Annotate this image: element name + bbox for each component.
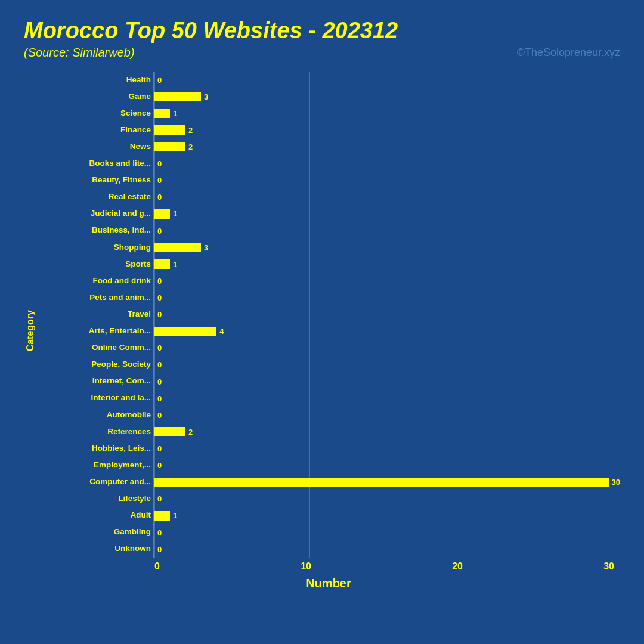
- bar-value: 0: [157, 528, 162, 537]
- bar-value: 0: [157, 76, 162, 85]
- category-label: People, Society: [37, 360, 151, 369]
- bar-row: 3: [154, 239, 620, 256]
- category-label: Sports: [37, 260, 151, 269]
- bar-value: 1: [173, 260, 177, 269]
- bar-value: 0: [157, 394, 162, 403]
- bar-row: 0: [154, 172, 620, 189]
- bar-value: 0: [157, 176, 162, 185]
- y-axis-label-container: Category: [24, 72, 37, 590]
- category-label: Adult: [37, 511, 151, 520]
- category-label: Shopping: [37, 243, 151, 252]
- bar-value: 1: [173, 209, 177, 218]
- x-tick-label: 30: [603, 561, 614, 572]
- bar-value: 0: [157, 159, 162, 168]
- x-axis-title: Number: [37, 577, 620, 590]
- bar-value: 1: [173, 109, 177, 118]
- chart-subtitle: (Source: Similarweb): [24, 46, 135, 60]
- bar-value: 30: [612, 478, 620, 487]
- x-tick-label: 10: [301, 561, 311, 572]
- bar-row: 0: [154, 390, 620, 407]
- x-tick-label: 20: [452, 561, 463, 572]
- category-label: Food and drink: [37, 277, 151, 286]
- bar-value: 0: [157, 377, 162, 386]
- bar-value: 0: [157, 444, 162, 453]
- bar-row: 1: [154, 206, 620, 222]
- copyright: ©TheSolopreneur.xyz: [517, 47, 620, 59]
- bar-row: 0: [154, 524, 620, 541]
- bar-row: 0: [154, 457, 620, 474]
- bar-row: 0: [154, 273, 620, 289]
- category-label: Health: [37, 76, 151, 85]
- bar-value: 0: [157, 343, 162, 352]
- bar-value: 0: [157, 411, 162, 420]
- category-label: Interior and la...: [37, 394, 151, 402]
- bar: [154, 92, 201, 101]
- bar-row: 0: [154, 189, 620, 206]
- bar-row: 0: [154, 156, 620, 172]
- category-labels: HealthGameScienceFinanceNewsBooks and li…: [37, 72, 153, 558]
- bar-row: 0: [154, 340, 620, 357]
- bar-row: 1: [154, 507, 620, 524]
- category-label: Books and lite...: [37, 159, 151, 168]
- bar-row: 0: [154, 357, 620, 373]
- bar-value: 3: [204, 243, 208, 252]
- category-label: Hobbies, Leis...: [37, 444, 151, 453]
- category-label: Finance: [37, 126, 151, 135]
- bar: [154, 327, 216, 336]
- bar-row: 0: [154, 491, 620, 507]
- bar-row: 2: [154, 138, 620, 155]
- y-axis-label: Category: [25, 310, 36, 351]
- category-label: News: [37, 143, 151, 151]
- bar-row: 0: [154, 222, 620, 239]
- bar-value: 4: [219, 327, 224, 336]
- bar-row: 3: [154, 88, 620, 105]
- bar: [154, 142, 185, 151]
- category-label: Judicial and g...: [37, 209, 151, 218]
- category-label: Arts, Entertain...: [37, 327, 151, 336]
- bar-row: 0: [154, 373, 620, 390]
- bar-row: 0: [154, 407, 620, 423]
- category-label: Gambling: [37, 528, 151, 537]
- bars-and-grid: 031220001031000400000200300100: [153, 72, 620, 558]
- bar-row: 0: [154, 440, 620, 457]
- bar-row: 0: [154, 289, 620, 306]
- bar-value: 0: [157, 545, 162, 554]
- chart-area: Category HealthGameScienceFinanceNewsBoo…: [24, 72, 620, 590]
- bar-value: 2: [188, 428, 193, 436]
- bars-section: HealthGameScienceFinanceNewsBooks and li…: [37, 72, 620, 558]
- bar-value: 3: [204, 92, 208, 101]
- category-label: Beauty, Fitness: [37, 176, 151, 185]
- bar: [154, 259, 170, 269]
- category-label: Unknown: [37, 544, 151, 553]
- bar-value: 2: [188, 143, 193, 151]
- bar-value: 0: [157, 277, 162, 286]
- category-label: Automobile: [37, 411, 151, 420]
- bar: [154, 243, 201, 252]
- bar-value: 0: [157, 461, 162, 470]
- category-label: Computer and...: [37, 478, 151, 487]
- bar-row: 2: [154, 423, 620, 440]
- bar-value: 0: [157, 193, 162, 202]
- category-label: Business, ind...: [37, 226, 151, 235]
- bar-row: 30: [154, 474, 620, 491]
- category-label: References: [37, 428, 151, 436]
- x-tick-label: 0: [154, 561, 160, 572]
- category-label: Travel: [37, 310, 151, 319]
- bar: [154, 109, 170, 118]
- bar-row: 0: [154, 541, 620, 558]
- bar-value: 0: [157, 310, 162, 319]
- category-label: Game: [37, 92, 151, 101]
- bar-row: 4: [154, 323, 620, 340]
- bar-value: 0: [157, 293, 162, 302]
- bar-row: 2: [154, 122, 620, 138]
- bar-row: 1: [154, 256, 620, 273]
- bars-column: 031220001031000400000200300100: [154, 72, 620, 558]
- category-label: Internet, Com...: [37, 377, 151, 386]
- chart-inner: HealthGameScienceFinanceNewsBooks and li…: [37, 72, 620, 590]
- bar: [154, 125, 185, 135]
- category-label: Online Comm...: [37, 343, 151, 352]
- bar-value: 0: [157, 227, 162, 236]
- bar: [154, 511, 170, 521]
- bar-value: 0: [157, 360, 162, 369]
- category-label: Science: [37, 109, 151, 118]
